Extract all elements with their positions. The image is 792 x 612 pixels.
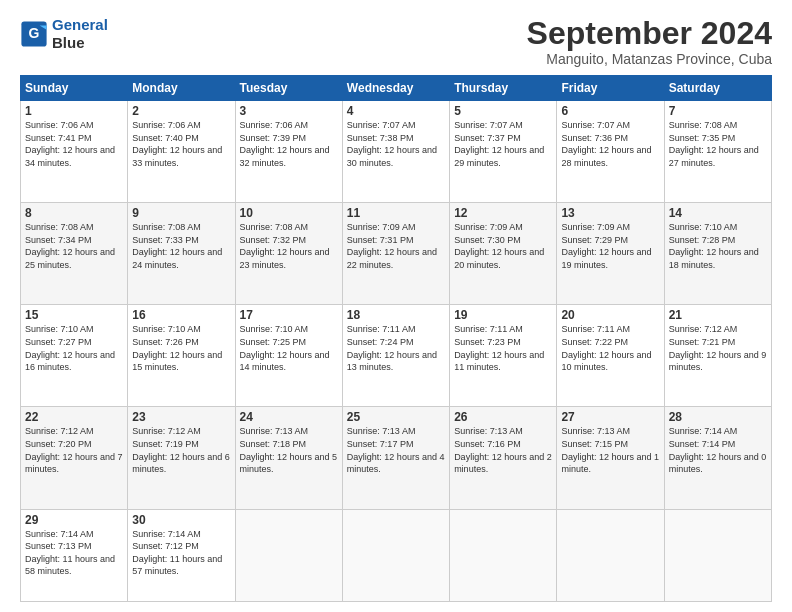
day-info: Sunrise: 7:10 AMSunset: 7:25 PMDaylight:… <box>240 323 338 373</box>
day-info: Sunrise: 7:11 AMSunset: 7:22 PMDaylight:… <box>561 323 659 373</box>
day-number: 24 <box>240 410 338 424</box>
calendar-day-cell: 16 Sunrise: 7:10 AMSunset: 7:26 PMDaylig… <box>128 305 235 407</box>
calendar-day-cell: 9 Sunrise: 7:08 AMSunset: 7:33 PMDayligh… <box>128 203 235 305</box>
day-number: 17 <box>240 308 338 322</box>
day-number: 1 <box>25 104 123 118</box>
calendar-day-cell: 24 Sunrise: 7:13 AMSunset: 7:18 PMDaylig… <box>235 407 342 509</box>
calendar-week-row: 22 Sunrise: 7:12 AMSunset: 7:20 PMDaylig… <box>21 407 772 509</box>
day-info: Sunrise: 7:07 AMSunset: 7:37 PMDaylight:… <box>454 119 552 169</box>
day-info: Sunrise: 7:08 AMSunset: 7:34 PMDaylight:… <box>25 221 123 271</box>
calendar-day-cell: 11 Sunrise: 7:09 AMSunset: 7:31 PMDaylig… <box>342 203 449 305</box>
day-info: Sunrise: 7:13 AMSunset: 7:15 PMDaylight:… <box>561 425 659 475</box>
day-info: Sunrise: 7:11 AMSunset: 7:23 PMDaylight:… <box>454 323 552 373</box>
day-info: Sunrise: 7:09 AMSunset: 7:29 PMDaylight:… <box>561 221 659 271</box>
day-number: 16 <box>132 308 230 322</box>
subtitle: Manguito, Matanzas Province, Cuba <box>527 51 772 67</box>
calendar-day-cell: 6 Sunrise: 7:07 AMSunset: 7:36 PMDayligh… <box>557 101 664 203</box>
calendar-day-cell: 23 Sunrise: 7:12 AMSunset: 7:19 PMDaylig… <box>128 407 235 509</box>
col-header-friday: Friday <box>557 76 664 101</box>
page: G GeneralBlue September 2024 Manguito, M… <box>0 0 792 612</box>
day-info: Sunrise: 7:14 AMSunset: 7:14 PMDaylight:… <box>669 425 767 475</box>
calendar-week-row: 29 Sunrise: 7:14 AMSunset: 7:13 PMDaylig… <box>21 509 772 601</box>
calendar-day-cell: 14 Sunrise: 7:10 AMSunset: 7:28 PMDaylig… <box>664 203 771 305</box>
day-number: 14 <box>669 206 767 220</box>
day-number: 27 <box>561 410 659 424</box>
day-number: 21 <box>669 308 767 322</box>
calendar-day-cell: 4 Sunrise: 7:07 AMSunset: 7:38 PMDayligh… <box>342 101 449 203</box>
day-number: 3 <box>240 104 338 118</box>
calendar: SundayMondayTuesdayWednesdayThursdayFrid… <box>20 75 772 602</box>
day-info: Sunrise: 7:13 AMSunset: 7:17 PMDaylight:… <box>347 425 445 475</box>
day-number: 8 <box>25 206 123 220</box>
day-info: Sunrise: 7:08 AMSunset: 7:33 PMDaylight:… <box>132 221 230 271</box>
logo-icon: G <box>20 20 48 48</box>
day-info: Sunrise: 7:07 AMSunset: 7:38 PMDaylight:… <box>347 119 445 169</box>
day-number: 20 <box>561 308 659 322</box>
calendar-empty-cell <box>557 509 664 601</box>
calendar-day-cell: 10 Sunrise: 7:08 AMSunset: 7:32 PMDaylig… <box>235 203 342 305</box>
calendar-day-cell: 3 Sunrise: 7:06 AMSunset: 7:39 PMDayligh… <box>235 101 342 203</box>
col-header-monday: Monday <box>128 76 235 101</box>
day-info: Sunrise: 7:09 AMSunset: 7:30 PMDaylight:… <box>454 221 552 271</box>
calendar-day-cell: 21 Sunrise: 7:12 AMSunset: 7:21 PMDaylig… <box>664 305 771 407</box>
day-info: Sunrise: 7:06 AMSunset: 7:39 PMDaylight:… <box>240 119 338 169</box>
calendar-day-cell: 29 Sunrise: 7:14 AMSunset: 7:13 PMDaylig… <box>21 509 128 601</box>
calendar-header-row: SundayMondayTuesdayWednesdayThursdayFrid… <box>21 76 772 101</box>
calendar-empty-cell <box>235 509 342 601</box>
day-info: Sunrise: 7:10 AMSunset: 7:27 PMDaylight:… <box>25 323 123 373</box>
calendar-day-cell: 1 Sunrise: 7:06 AMSunset: 7:41 PMDayligh… <box>21 101 128 203</box>
day-number: 26 <box>454 410 552 424</box>
day-info: Sunrise: 7:06 AMSunset: 7:41 PMDaylight:… <box>25 119 123 169</box>
calendar-empty-cell <box>664 509 771 601</box>
col-header-saturday: Saturday <box>664 76 771 101</box>
day-number: 2 <box>132 104 230 118</box>
day-number: 13 <box>561 206 659 220</box>
calendar-day-cell: 28 Sunrise: 7:14 AMSunset: 7:14 PMDaylig… <box>664 407 771 509</box>
calendar-day-cell: 5 Sunrise: 7:07 AMSunset: 7:37 PMDayligh… <box>450 101 557 203</box>
header: G GeneralBlue September 2024 Manguito, M… <box>20 16 772 67</box>
day-info: Sunrise: 7:11 AMSunset: 7:24 PMDaylight:… <box>347 323 445 373</box>
day-number: 23 <box>132 410 230 424</box>
col-header-tuesday: Tuesday <box>235 76 342 101</box>
calendar-day-cell: 8 Sunrise: 7:08 AMSunset: 7:34 PMDayligh… <box>21 203 128 305</box>
title-block: September 2024 Manguito, Matanzas Provin… <box>527 16 772 67</box>
day-info: Sunrise: 7:10 AMSunset: 7:28 PMDaylight:… <box>669 221 767 271</box>
svg-text:G: G <box>29 25 40 41</box>
day-number: 12 <box>454 206 552 220</box>
day-number: 15 <box>25 308 123 322</box>
day-info: Sunrise: 7:14 AMSunset: 7:12 PMDaylight:… <box>132 528 230 578</box>
calendar-week-row: 1 Sunrise: 7:06 AMSunset: 7:41 PMDayligh… <box>21 101 772 203</box>
day-number: 30 <box>132 513 230 527</box>
calendar-day-cell: 17 Sunrise: 7:10 AMSunset: 7:25 PMDaylig… <box>235 305 342 407</box>
day-number: 29 <box>25 513 123 527</box>
day-number: 25 <box>347 410 445 424</box>
day-number: 11 <box>347 206 445 220</box>
day-info: Sunrise: 7:12 AMSunset: 7:21 PMDaylight:… <box>669 323 767 373</box>
day-number: 10 <box>240 206 338 220</box>
day-number: 7 <box>669 104 767 118</box>
day-info: Sunrise: 7:08 AMSunset: 7:32 PMDaylight:… <box>240 221 338 271</box>
day-info: Sunrise: 7:12 AMSunset: 7:20 PMDaylight:… <box>25 425 123 475</box>
calendar-day-cell: 7 Sunrise: 7:08 AMSunset: 7:35 PMDayligh… <box>664 101 771 203</box>
col-header-wednesday: Wednesday <box>342 76 449 101</box>
logo: G GeneralBlue <box>20 16 108 52</box>
day-info: Sunrise: 7:06 AMSunset: 7:40 PMDaylight:… <box>132 119 230 169</box>
calendar-week-row: 15 Sunrise: 7:10 AMSunset: 7:27 PMDaylig… <box>21 305 772 407</box>
calendar-day-cell: 27 Sunrise: 7:13 AMSunset: 7:15 PMDaylig… <box>557 407 664 509</box>
calendar-day-cell: 26 Sunrise: 7:13 AMSunset: 7:16 PMDaylig… <box>450 407 557 509</box>
main-title: September 2024 <box>527 16 772 51</box>
calendar-day-cell: 12 Sunrise: 7:09 AMSunset: 7:30 PMDaylig… <box>450 203 557 305</box>
day-info: Sunrise: 7:13 AMSunset: 7:16 PMDaylight:… <box>454 425 552 475</box>
calendar-day-cell: 22 Sunrise: 7:12 AMSunset: 7:20 PMDaylig… <box>21 407 128 509</box>
day-number: 9 <box>132 206 230 220</box>
day-info: Sunrise: 7:12 AMSunset: 7:19 PMDaylight:… <box>132 425 230 475</box>
calendar-day-cell: 15 Sunrise: 7:10 AMSunset: 7:27 PMDaylig… <box>21 305 128 407</box>
col-header-sunday: Sunday <box>21 76 128 101</box>
calendar-empty-cell <box>342 509 449 601</box>
day-info: Sunrise: 7:14 AMSunset: 7:13 PMDaylight:… <box>25 528 123 578</box>
calendar-day-cell: 2 Sunrise: 7:06 AMSunset: 7:40 PMDayligh… <box>128 101 235 203</box>
calendar-day-cell: 13 Sunrise: 7:09 AMSunset: 7:29 PMDaylig… <box>557 203 664 305</box>
calendar-day-cell: 20 Sunrise: 7:11 AMSunset: 7:22 PMDaylig… <box>557 305 664 407</box>
calendar-day-cell: 25 Sunrise: 7:13 AMSunset: 7:17 PMDaylig… <box>342 407 449 509</box>
day-number: 5 <box>454 104 552 118</box>
